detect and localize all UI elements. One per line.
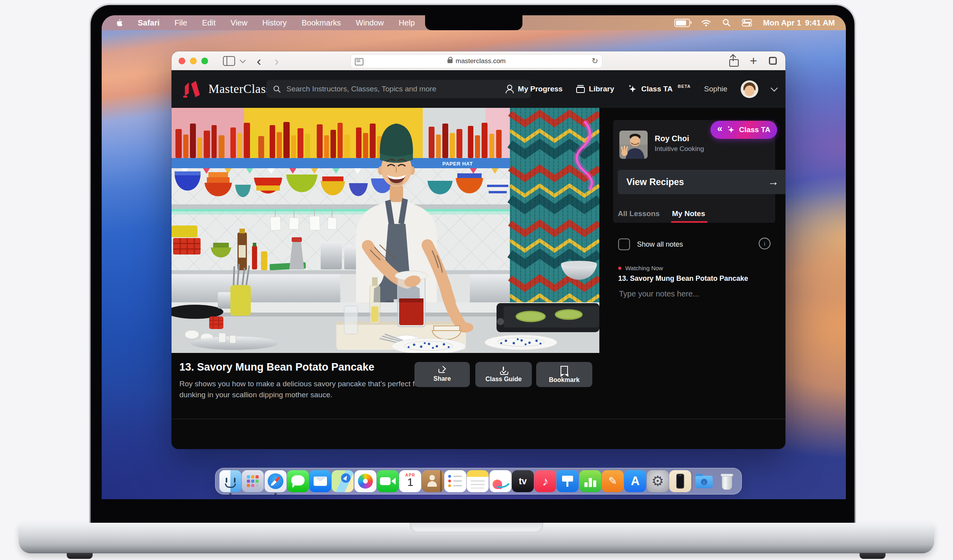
calendar-day: 1 xyxy=(399,476,421,489)
beta-badge: BETA xyxy=(678,84,691,89)
class-ta-toggle-button[interactable]: Class TA xyxy=(710,121,777,139)
paper-hat-banner-text: PAPER HAT xyxy=(442,161,473,167)
dock-icon-app-store[interactable] xyxy=(624,470,646,492)
reader-view-icon[interactable] xyxy=(355,58,363,65)
class-guide-button[interactable]: Class Guide xyxy=(475,362,532,387)
user-avatar[interactable] xyxy=(741,80,758,98)
dock-icon-downloads[interactable] xyxy=(693,470,715,492)
dock-icon-contacts[interactable] xyxy=(422,470,444,492)
sidebar-toggle-icon[interactable] xyxy=(223,56,235,66)
active-tab-underline xyxy=(671,221,707,223)
tab-all-lessons[interactable]: All Lessons xyxy=(618,209,660,218)
search-icon xyxy=(273,85,281,93)
battery-icon[interactable] xyxy=(674,19,690,27)
course-name: Intuitive Cooking xyxy=(655,145,704,153)
pancake xyxy=(555,310,582,319)
bookmark-button[interactable]: Bookmark xyxy=(536,362,592,387)
minimize-window-button[interactable] xyxy=(190,58,197,64)
reload-icon[interactable] xyxy=(592,56,598,65)
dock-icon-messages[interactable] xyxy=(287,470,309,492)
dock-icon-safari[interactable] xyxy=(265,470,287,492)
video-frame-kitchen-scene: PAPER HAT xyxy=(172,108,599,353)
dock-separator xyxy=(692,471,692,491)
class-ta-button-label: Class TA xyxy=(739,125,770,134)
masterclass-header: MasterClass xyxy=(172,70,785,108)
sidebar-chevron-icon[interactable] xyxy=(240,57,246,63)
search-input[interactable] xyxy=(286,84,525,94)
apple-logo-icon[interactable] xyxy=(116,18,123,27)
account-chevron-down-icon[interactable] xyxy=(770,84,778,91)
dock-icon-trash[interactable] xyxy=(716,470,738,492)
macbook-base xyxy=(19,523,934,553)
masterclass-logo[interactable]: MasterClass xyxy=(172,80,271,98)
menu-item-help[interactable]: Help xyxy=(399,18,415,27)
display-notch xyxy=(425,15,522,30)
menubar-clock[interactable]: Mon Apr 1 9:41 AM xyxy=(763,18,835,27)
dotted-plate xyxy=(485,335,557,350)
tab-overview-icon[interactable] xyxy=(769,57,777,65)
menu-item-safari[interactable]: Safari xyxy=(138,18,160,27)
watching-now-dot xyxy=(618,267,621,270)
pancake xyxy=(516,311,545,322)
menu-item-history[interactable]: History xyxy=(262,18,287,27)
dock-icon-numbers[interactable] xyxy=(579,470,601,492)
zoom-window-button[interactable] xyxy=(201,58,208,64)
sparkle-icon xyxy=(727,125,735,134)
nav-my-progress[interactable]: My Progress xyxy=(505,85,562,93)
search-bar[interactable] xyxy=(267,80,531,98)
dock-icon-music[interactable] xyxy=(534,470,556,492)
current-lesson-title: 13. Savory Mung Bean Potato Pancake xyxy=(618,275,748,283)
dock-icon-system-settings[interactable] xyxy=(647,470,669,492)
instructor-avatar xyxy=(619,131,648,159)
control-center-icon[interactable] xyxy=(742,19,752,27)
video-player[interactable]: PAPER HAT xyxy=(172,108,599,353)
class-guide-button-label: Class Guide xyxy=(486,376,522,383)
watching-now-label: Watching Now xyxy=(625,265,663,271)
dock-icon-iphone-mirroring[interactable] xyxy=(669,470,691,492)
dock-icon-notes[interactable] xyxy=(467,470,489,492)
dock-icon-keynote[interactable] xyxy=(557,470,579,492)
wifi-icon[interactable] xyxy=(701,19,711,27)
ssl-lock-icon xyxy=(447,59,453,63)
nav-class-ta[interactable]: Class TA BETA xyxy=(628,84,691,94)
dock-icon-facetime[interactable] xyxy=(377,470,399,492)
nav-library[interactable]: Library xyxy=(576,85,614,93)
macbook-foot xyxy=(860,553,885,559)
tab-my-notes[interactable]: My Notes xyxy=(672,209,705,218)
dock-icon-freeform[interactable] xyxy=(489,470,511,492)
download-icon xyxy=(500,367,507,373)
address-bar[interactable]: masterclass.com xyxy=(351,54,602,68)
dock-icon-finder[interactable] xyxy=(219,470,241,492)
dock-icon-reminders[interactable] xyxy=(444,470,466,492)
view-recipes-label: View Recipes xyxy=(626,177,684,187)
dock-icon-calendar[interactable]: APR 1 xyxy=(399,470,421,492)
dock-icon-mail[interactable] xyxy=(309,470,331,492)
dock-icon-maps[interactable] xyxy=(332,470,354,492)
class-sidebar: Roy Choi Intuitive Cooking View Recipes … xyxy=(599,108,785,449)
info-icon[interactable] xyxy=(759,238,770,249)
dock-icon-pages[interactable] xyxy=(602,470,624,492)
menu-item-file[interactable]: File xyxy=(175,18,187,27)
library-icon xyxy=(576,85,584,93)
nav-library-label: Library xyxy=(589,85,614,93)
dock-icon-photos[interactable] xyxy=(354,470,376,492)
bookmark-icon xyxy=(560,366,568,374)
menu-item-window[interactable]: Window xyxy=(356,18,384,27)
menu-item-view[interactable]: View xyxy=(230,18,247,27)
menubar-time: 9:41 AM xyxy=(805,18,835,27)
macbook-frame: Safari File Edit View History Bookmarks … xyxy=(89,4,856,523)
share-page-icon[interactable] xyxy=(729,56,738,66)
spotlight-search-icon[interactable] xyxy=(722,18,731,27)
menu-item-edit[interactable]: Edit xyxy=(202,18,215,27)
show-all-notes-checkbox[interactable] xyxy=(618,238,630,250)
menubar-date: Mon Apr 1 xyxy=(763,18,801,27)
notes-input[interactable] xyxy=(618,289,769,299)
dock-icon-launchpad[interactable] xyxy=(242,470,264,492)
menu-item-bookmarks[interactable]: Bookmarks xyxy=(302,18,341,27)
close-window-button[interactable] xyxy=(179,58,185,64)
person-icon xyxy=(505,85,513,93)
instructor-name: Roy Choi xyxy=(655,134,689,143)
share-button[interactable]: Share xyxy=(414,362,470,387)
view-recipes-button[interactable]: View Recipes xyxy=(618,170,785,194)
dock-icon-apple-tv[interactable] xyxy=(512,470,534,492)
